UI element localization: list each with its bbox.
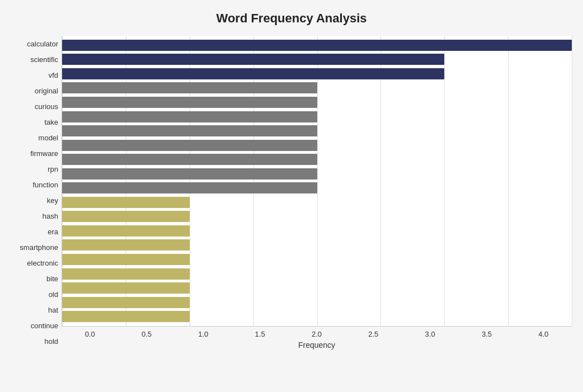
y-label: electronic [27,255,58,271]
bar-row [62,238,572,252]
y-label: key [47,192,58,208]
y-label: scientific [30,51,58,67]
bar-row [62,196,572,209]
x-tick-label: 3.0 [402,330,458,338]
x-tick-label: 2.0 [288,330,345,338]
bar-row [62,110,572,124]
y-label: smartphone [20,239,58,255]
y-label: continue [31,318,58,333]
bar [62,254,190,265]
y-label: original [35,83,58,98]
y-label: hash [43,208,58,224]
x-tick-label: 4.0 [515,330,572,338]
grid-line [572,36,572,326]
bar [62,225,190,237]
bar-row [62,281,572,295]
y-label: vfd [49,67,58,83]
bars-container [62,36,572,326]
bar-row [62,39,572,52]
bar-row [62,153,572,166]
bar [62,168,317,180]
bar-row [62,53,572,66]
y-label: bite [46,271,58,286]
y-label: rpn [48,161,58,177]
chart-title: Word Frequency Analysis [11,11,572,26]
bar [62,154,317,165]
y-label: old [49,286,58,302]
bar-row [62,267,572,281]
bar [62,125,317,136]
chart-inner: 0.00.51.01.52.02.53.03.54.0 Frequency [62,36,572,350]
y-label: function [32,177,58,192]
bar-row [62,167,572,181]
y-label: calculator [27,36,58,51]
bar [62,211,190,222]
bar-row [62,67,572,81]
x-tick-label: 2.5 [345,330,402,338]
x-axis-title: Frequency [62,341,572,350]
bar-row [62,139,572,152]
x-tick-label: 1.5 [232,330,288,338]
bar [62,297,190,308]
bar-row [62,181,572,195]
bar [62,239,190,251]
bar-row [62,224,572,238]
bars-area [62,36,572,327]
y-label: model [39,130,58,145]
x-tick-label: 0.0 [62,330,118,338]
bar [62,197,190,208]
bar [62,268,190,280]
bar [62,282,190,294]
x-tick-label: 3.5 [458,330,515,338]
x-tick-label: 0.5 [118,330,175,338]
y-label: hold [44,333,58,349]
x-tick-label: 1.0 [175,330,232,338]
bar-row [62,81,572,95]
bar [62,182,317,193]
y-label: hat [48,302,58,318]
x-axis-labels: 0.00.51.01.52.02.53.03.54.0 [62,330,572,338]
y-label: curious [35,98,58,114]
y-label: take [44,114,58,130]
bar-row [62,296,572,309]
bar-row [62,310,572,323]
bar [62,54,444,65]
bar-row [62,253,572,266]
bar-row [62,124,572,138]
y-labels: calculatorscientificvfdoriginalcuriousta… [11,36,62,350]
y-label: era [48,224,58,239]
chart-container: Word Frequency Analysis calculatorscient… [0,0,583,392]
bar [62,140,317,151]
bar [62,68,444,79]
bar [62,82,317,93]
bar [62,311,190,322]
y-label: firmware [30,145,58,161]
bar-row [62,210,572,223]
bar-row [62,96,572,109]
bar [62,40,572,51]
chart-area: calculatorscientificvfdoriginalcuriousta… [11,36,572,350]
bar [62,97,317,108]
bar [62,111,317,122]
